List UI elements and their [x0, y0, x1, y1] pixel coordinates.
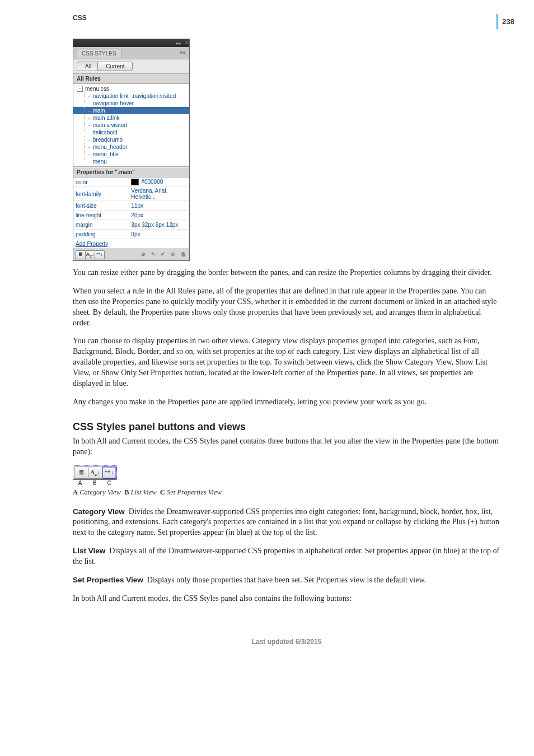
new-rule-icon[interactable]: ✎ [149, 251, 158, 259]
rules-tree-root[interactable]: − menu.css [73, 85, 189, 92]
disable-icon[interactable]: ⊘ [168, 251, 177, 259]
rule-item[interactable]: .menu_header [73, 143, 189, 151]
properties-header: Properties for ".main" [73, 167, 189, 178]
paragraph: You can resize either pane by dragging t… [73, 268, 500, 278]
set-props-view-button[interactable]: **↓ [102, 466, 116, 479]
def-term: Set Properties View [73, 576, 143, 584]
figure-caption: A Category View B List View C Set Proper… [73, 488, 500, 497]
property-value[interactable]: Verdana, Arial, Helvetic... [129, 187, 189, 201]
all-rules-pane[interactable]: − menu.css .navigation:link, .navigation… [73, 84, 189, 167]
set-props-view-icon[interactable]: **↓ [95, 250, 105, 259]
section-heading: CSS Styles panel buttons and views [73, 421, 500, 433]
add-property-link[interactable]: Add Property [76, 241, 108, 247]
running-head: CSS [73, 14, 500, 22]
paragraph: In both All and Current modes, the CSS S… [73, 436, 500, 458]
property-name: color [73, 178, 129, 187]
caption-key-b: B [124, 488, 129, 496]
rule-item[interactable]: .menu_title [73, 151, 189, 158]
property-value[interactable]: 3px 32px 6px 12px [129, 220, 189, 230]
property-row[interactable]: color #000000 [73, 178, 189, 187]
caption-text-b: List View [131, 488, 157, 496]
panel-tabbar: CSS STYLES ▾≡ [73, 47, 189, 59]
property-name: line-height [73, 211, 129, 220]
property-name: font-family [73, 187, 129, 201]
caption-key-a: A [73, 488, 78, 496]
css-styles-panel: ▸▸ × CSS STYLES ▾≡ AllCurrent All Rules … [73, 39, 190, 261]
paragraph: You can choose to display properties in … [73, 336, 500, 389]
rule-item[interactable]: .breadcrumb [73, 136, 189, 143]
panel-modebar: AllCurrent [73, 59, 189, 74]
tree-collapse-icon[interactable]: − [77, 86, 83, 92]
category-view-icon[interactable]: ≣ [76, 250, 86, 259]
panel-titlebar: ▸▸ × [73, 39, 189, 47]
paragraph: Any changes you make in the Properties p… [73, 397, 500, 408]
add-property-row[interactable]: Add Property [73, 239, 189, 249]
trash-icon[interactable]: 🗑 [179, 251, 188, 259]
color-swatch[interactable] [131, 179, 139, 185]
property-name: padding [73, 230, 129, 239]
figure-labels: ABC [73, 479, 500, 486]
all-rules-header: All Rules [73, 74, 189, 84]
footer-date: Last updated 6/3/2015 [73, 638, 500, 646]
list-view-icon[interactable]: Az↓ [85, 250, 95, 259]
figure-label-b: B [87, 479, 102, 486]
rule-item[interactable]: .navigation:hover [73, 100, 189, 107]
figure-label-c: C [102, 479, 116, 486]
panel-options-icon[interactable]: ▾≡ [180, 49, 186, 55]
mode-current-button[interactable]: Current [97, 62, 133, 71]
rule-item[interactable]: .main a:link [73, 114, 189, 122]
definition: Category View Divides the Dreamweaver-su… [73, 507, 500, 539]
property-value[interactable]: 11px [129, 201, 189, 211]
edit-rule-icon[interactable]: ✐ [158, 251, 167, 259]
category-view-button[interactable]: ≣ [74, 466, 88, 479]
attach-stylesheet-icon[interactable]: ⊕ [139, 251, 148, 259]
definition: List View Displays all of the Dreamweave… [73, 546, 500, 567]
rule-item[interactable]: .menu [73, 158, 189, 165]
def-body: Divides the Dreamweaver-supported CSS pr… [73, 507, 499, 537]
rule-item-selected[interactable]: .main [73, 107, 189, 114]
paragraph: In both All and Current modes, the CSS S… [73, 594, 500, 604]
panel-tab-cssstyles[interactable]: CSS STYLES [77, 49, 121, 58]
panel-footer: ≣Az↓**↓ ⊕ ✎ ✐ ⊘ 🗑 [73, 249, 189, 260]
property-name: margin [73, 220, 129, 230]
caption-key-c: C [160, 488, 165, 496]
property-name: font-size [73, 201, 129, 211]
def-term: List View [73, 547, 105, 555]
definition: Set Properties View Displays only those … [73, 575, 500, 586]
caption-text-a: Category View [79, 488, 121, 496]
panel-close-icon[interactable]: × [185, 40, 188, 45]
properties-table: color #000000 font-family Verdana, Arial… [73, 178, 189, 249]
rule-item[interactable]: .italicsbold [73, 129, 189, 136]
rules-root-label: menu.css [85, 85, 109, 92]
property-row[interactable]: line-height 20px [73, 211, 189, 220]
mode-all-button[interactable]: All [77, 62, 100, 71]
property-value-text: #000000 [141, 179, 163, 185]
property-row[interactable]: font-family Verdana, Arial, Helvetic... [73, 187, 189, 201]
property-value[interactable]: 20px [129, 211, 189, 220]
list-view-button[interactable]: Az↓ [88, 466, 102, 479]
page-number: 238 [496, 14, 514, 29]
def-body: Displays all of the Dreamweaver-supporte… [73, 547, 499, 566]
property-row[interactable]: margin 3px 32px 6px 12px [73, 220, 189, 230]
figure-label-a: A [73, 479, 87, 486]
def-term: Category View [73, 507, 125, 516]
panel-menu-icon[interactable]: ▸▸ [176, 40, 181, 46]
property-value[interactable]: #000000 [129, 178, 189, 187]
property-row[interactable]: font-size 11px [73, 201, 189, 211]
view-buttons-figure: ≣Az↓**↓ ABC [73, 465, 500, 486]
rule-item[interactable]: .main a:visited [73, 122, 189, 129]
property-value[interactable]: 0px [129, 230, 189, 239]
def-body: Displays only those properties that have… [147, 576, 426, 584]
property-row[interactable]: padding 0px [73, 230, 189, 239]
paragraph: When you select a rule in the All Rules … [73, 286, 500, 329]
caption-text-c: Set Properties View [167, 488, 222, 496]
rule-item[interactable]: .navigation:link, .navigation:visited [73, 92, 189, 100]
